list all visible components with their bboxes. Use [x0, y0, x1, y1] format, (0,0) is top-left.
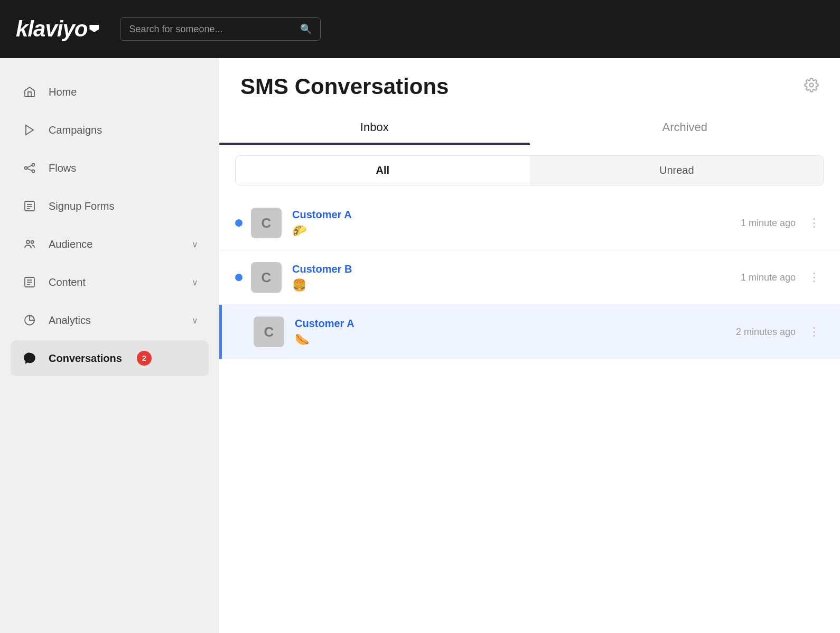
sidebar-label-home: Home [49, 86, 77, 98]
avatar-3: C [254, 316, 284, 347]
conversation-item-3[interactable]: C Customer A 🌭 2 minutes ago ⋮ [219, 305, 840, 359]
sidebar-label-flows: Flows [49, 162, 76, 174]
conversations-badge: 2 [137, 351, 152, 366]
sidebar-item-analytics[interactable]: Analytics ∨ [11, 302, 209, 338]
svg-rect-6 [25, 201, 34, 211]
tab-inbox[interactable]: Inbox [219, 110, 530, 145]
conv-name-1: Customer A [292, 209, 741, 221]
conv-time-1: 1 minute ago [741, 218, 796, 229]
conv-preview-2: 🍔 [292, 278, 741, 292]
audience-chevron: ∨ [192, 239, 198, 249]
sidebar-item-audience[interactable]: Audience ∨ [11, 226, 209, 262]
content-area: SMS Conversations Inbox Archived All Unr… [219, 58, 840, 633]
conversation-list: C Customer A 🌮 1 minute ago ⋮ C Customer… [219, 196, 840, 633]
svg-point-10 [26, 240, 30, 244]
svg-point-2 [32, 164, 35, 166]
svg-point-18 [810, 83, 814, 87]
sidebar-item-flows[interactable]: Flows [11, 150, 209, 186]
sidebar: Home Campaigns Flows [0, 58, 219, 633]
topbar: klaviyo 🔍 [0, 0, 840, 58]
sidebar-label-signup-forms: Signup Forms [49, 200, 115, 212]
svg-point-3 [32, 170, 35, 173]
logo: klaviyo [16, 16, 99, 42]
conv-name-3: Customer A [295, 318, 736, 330]
content-header: SMS Conversations [219, 58, 840, 99]
conv-info-1: Customer A 🌮 [292, 209, 741, 238]
search-input[interactable] [129, 24, 300, 35]
content-chevron: ∨ [192, 277, 198, 287]
page-title: SMS Conversations [240, 74, 449, 99]
tabs-row: Inbox Archived [219, 110, 840, 145]
sidebar-label-audience: Audience [49, 238, 92, 250]
conv-time-2: 1 minute ago [741, 272, 796, 283]
conv-info-2: Customer B 🍔 [292, 263, 741, 292]
sidebar-item-home[interactable]: Home [11, 74, 209, 110]
conv-preview-3: 🌭 [295, 333, 736, 347]
search-icon: 🔍 [300, 23, 312, 35]
avatar-2: C [251, 262, 282, 293]
svg-marker-0 [26, 125, 33, 135]
filter-unread[interactable]: Unread [530, 156, 824, 185]
tab-archived[interactable]: Archived [530, 110, 841, 145]
filter-row: All Unread [235, 155, 824, 185]
unread-dot-2 [235, 274, 242, 281]
svg-line-5 [27, 169, 32, 171]
avatar-1: C [251, 208, 282, 238]
conv-info-3: Customer A 🌭 [295, 318, 736, 347]
conversations-icon [21, 350, 38, 367]
sidebar-label-analytics: Analytics [49, 314, 91, 327]
sidebar-item-content[interactable]: Content ∨ [11, 264, 209, 300]
flows-icon [21, 160, 38, 176]
content-icon [21, 274, 38, 291]
svg-line-4 [27, 165, 32, 167]
signup-forms-icon [21, 198, 38, 215]
sidebar-item-signup-forms[interactable]: Signup Forms [11, 188, 209, 224]
settings-icon[interactable] [804, 78, 819, 96]
conv-preview-1: 🌮 [292, 224, 741, 238]
sidebar-item-conversations[interactable]: Conversations 2 [11, 340, 209, 376]
audience-icon [21, 236, 38, 253]
more-btn-2[interactable]: ⋮ [804, 268, 824, 286]
unread-dot-1 [235, 219, 242, 227]
conversation-item-1[interactable]: C Customer A 🌮 1 minute ago ⋮ [219, 196, 840, 250]
search-bar[interactable]: 🔍 [120, 17, 321, 41]
logo-flag [89, 25, 99, 32]
sidebar-item-campaigns[interactable]: Campaigns [11, 112, 209, 148]
main-layout: Home Campaigns Flows [0, 58, 840, 633]
sidebar-label-content: Content [49, 276, 86, 288]
conv-name-2: Customer B [292, 263, 741, 275]
analytics-chevron: ∨ [192, 315, 198, 325]
sidebar-label-campaigns: Campaigns [49, 124, 102, 136]
campaigns-icon [21, 122, 38, 138]
conv-time-3: 2 minutes ago [736, 327, 796, 338]
filter-all[interactable]: All [236, 156, 530, 185]
svg-point-11 [31, 241, 34, 244]
more-btn-3[interactable]: ⋮ [804, 323, 824, 341]
more-btn-1[interactable]: ⋮ [804, 214, 824, 232]
analytics-icon [21, 312, 38, 329]
sidebar-label-conversations: Conversations [49, 352, 122, 365]
conversation-item-2[interactable]: C Customer B 🍔 1 minute ago ⋮ [219, 250, 840, 305]
home-icon [21, 83, 38, 100]
svg-point-1 [25, 167, 27, 170]
